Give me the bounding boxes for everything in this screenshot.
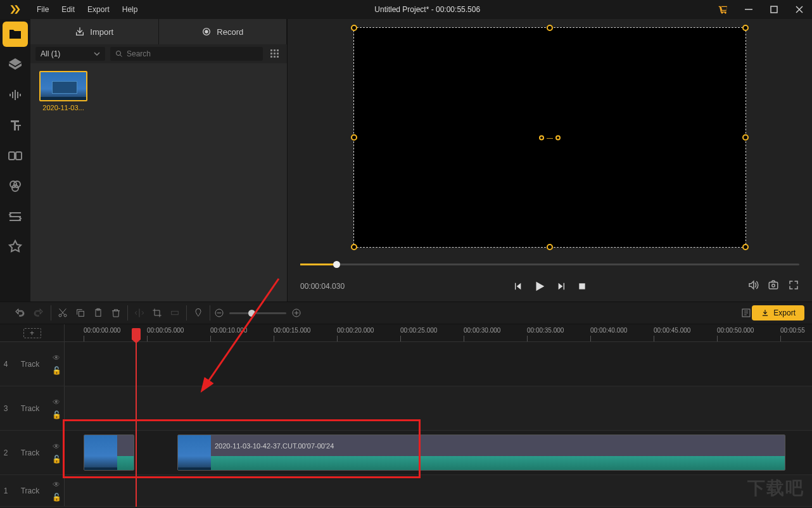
close-button[interactable] [787,0,812,19]
crop-button[interactable] [152,308,162,318]
search-container [110,47,263,61]
timeline-clip[interactable]: 2020-11-03-10-42-37.CUT.00'07-00'24 [177,435,785,471]
prev-frame-button[interactable] [512,281,523,291]
zoom-in-button[interactable] [291,308,301,318]
transitions-tab[interactable] [0,141,30,171]
svg-rect-18 [277,56,279,58]
minimize-button[interactable] [736,0,761,19]
fullscreen-icon[interactable] [788,279,799,293]
media-filter-dropdown[interactable]: All (1) [35,47,105,61]
paste-button[interactable] [93,308,103,318]
resize-handle-bl[interactable] [351,244,357,250]
track-lane[interactable] [65,386,812,430]
render-settings-icon[interactable] [740,307,752,319]
resize-handle-tr[interactable] [742,25,749,31]
next-frame-button[interactable] [557,281,567,291]
delete-button[interactable] [111,308,121,318]
ruler-tick: 00:00:10.000 [210,327,247,334]
svg-rect-24 [79,311,84,316]
scrub-bar[interactable] [300,256,799,272]
preview-canvas[interactable]: — [288,19,812,256]
visibility-icon[interactable]: 👁 [53,353,60,362]
media-item[interactable]: 2020-11-03... [38,71,89,111]
track-lane[interactable]: 2020-11-03-10-42-37.CUT.00'07-00'24 [65,431,812,474]
app-logo-icon [0,0,30,19]
menu-edit[interactable]: Edit [55,0,81,19]
track-number: 3 [0,404,11,413]
svg-point-8 [205,30,208,33]
import-button[interactable]: Import [30,19,159,44]
export-button[interactable]: Export [752,305,804,321]
stop-button[interactable] [577,281,587,291]
svg-rect-3 [16,152,22,160]
cut-button[interactable] [58,308,68,318]
lock-icon[interactable]: 🔓 [52,366,61,375]
cart-icon[interactable] [711,4,736,15]
split-button [134,308,144,318]
view-grid-icon[interactable] [268,47,282,61]
scrub-knob[interactable] [333,261,340,268]
filter-label: All (1) [41,49,60,58]
lock-icon[interactable]: 🔓 [52,410,61,419]
menu-export[interactable]: Export [81,0,116,19]
maximize-button[interactable] [761,0,787,19]
svg-rect-14 [274,53,276,54]
volume-icon[interactable] [747,279,759,293]
media-library-tab[interactable] [3,22,28,47]
overlays-tab[interactable] [0,201,30,232]
playhead[interactable] [136,342,137,507]
record-button[interactable]: Record [159,19,288,44]
lock-icon[interactable]: 🔓 [52,493,61,502]
zoom-slider[interactable] [229,312,286,314]
svg-rect-13 [270,53,272,54]
media-thumbnail [39,71,87,101]
play-button[interactable] [533,279,547,293]
track-number: 4 [0,360,11,369]
resize-handle-bm[interactable] [547,244,553,250]
svg-point-6 [12,185,18,191]
svg-rect-10 [270,49,272,51]
redo-button [33,307,44,319]
add-track-button[interactable]: + [23,328,41,338]
ruler-tick: 00:00:15.000 [274,327,310,334]
ruler-tick: 00:00:45.000 [654,327,690,334]
search-icon [115,50,123,58]
search-input[interactable] [127,49,258,58]
resize-handle-tl[interactable] [351,25,357,31]
timeline-ruler[interactable]: 00:00:00.000 00:00:05.000 00:00:10.000 0… [65,324,812,341]
pivot-icon[interactable]: — [539,134,561,141]
timeline-clip[interactable] [84,435,134,471]
visibility-icon[interactable]: 👁 [53,480,60,489]
menu-file[interactable]: File [30,0,55,19]
layers-tab[interactable] [0,49,30,80]
text-tab[interactable] [0,110,30,141]
ruler-tick: 00:00:05.000 [147,327,184,334]
audio-tab[interactable] [0,80,30,110]
ruler-tick: 00:00:00.000 [84,327,120,334]
resize-handle-ml[interactable] [351,134,357,141]
lock-icon[interactable]: 🔓 [52,455,61,464]
track-label: Track [11,486,49,495]
window-title: Untitled Project* - 00:00:55.506 [144,5,711,14]
marker-button[interactable] [193,308,203,318]
clip-title: 2020-11-03-10-42-37.CUT.00'07-00'24 [211,435,785,456]
undo-button[interactable] [14,307,25,319]
svg-rect-11 [274,49,276,51]
track-lane[interactable] [65,342,812,386]
resize-handle-mr[interactable] [742,134,749,141]
track-lane[interactable] [65,475,812,506]
resize-handle-br[interactable] [742,244,749,250]
snapshot-icon[interactable] [768,279,779,293]
resize-handle-tm[interactable] [547,25,553,31]
visibility-icon[interactable]: 👁 [53,398,60,407]
elements-tab[interactable] [0,232,30,262]
selection-box[interactable]: — [353,27,746,248]
filters-tab[interactable] [0,171,30,201]
copy-button[interactable] [75,308,86,318]
svg-rect-19 [579,283,585,289]
menu-help[interactable]: Help [116,0,144,19]
zoom-out-button[interactable] [214,308,224,318]
svg-rect-20 [769,283,778,289]
svg-point-9 [117,51,121,56]
visibility-icon[interactable]: 👁 [53,442,60,451]
